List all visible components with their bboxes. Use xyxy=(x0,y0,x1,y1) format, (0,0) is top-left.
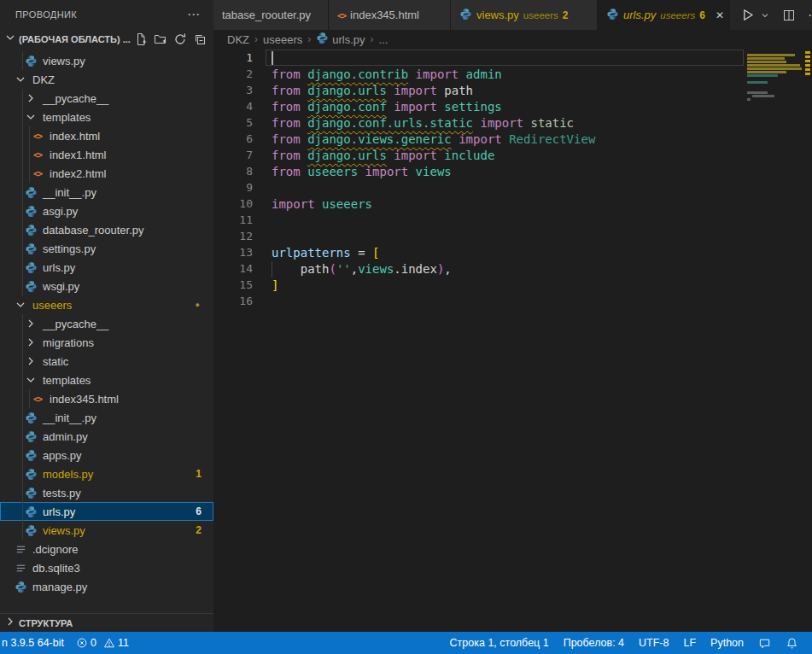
breadcrumb-separator: › xyxy=(254,33,258,45)
new-folder-icon[interactable] xyxy=(154,32,167,46)
tree-item-label: wsgi.py xyxy=(43,280,79,293)
tree-item-manage-py[interactable]: manage.py xyxy=(0,577,213,596)
tree-item-index1-html[interactable]: <>index1.html xyxy=(0,145,213,164)
close-tab-icon[interactable]: ✕ xyxy=(713,9,727,22)
code-line-14[interactable]: 14 path('',views.index), xyxy=(213,260,812,277)
html-file-icon: <> xyxy=(337,9,346,21)
outline-section-header[interactable]: СТРУКТУРА xyxy=(0,613,213,632)
tree-item-useeers[interactable]: useeers● xyxy=(0,295,213,314)
tree-item-database-roouter-py[interactable]: database_roouter.py xyxy=(0,220,213,239)
explorer-more-actions-icon[interactable]: ⋯ xyxy=(182,7,205,22)
problems-indicator[interactable]: 0 11 xyxy=(76,637,132,649)
code-line-5[interactable]: 5from django.conf.urls.static import sta… xyxy=(213,114,812,131)
language-mode-indicator[interactable]: Python xyxy=(710,637,744,649)
line-content: from django.contrib import admin xyxy=(266,66,744,82)
run-button[interactable] xyxy=(740,8,755,22)
breadcrumb-item-urls-py[interactable]: urls.py xyxy=(316,32,365,47)
collapse-all-icon[interactable] xyxy=(193,32,207,46)
minimap-line xyxy=(752,95,774,97)
python-file-icon xyxy=(12,581,29,593)
tree-item--pycache-[interactable]: __pycache__ xyxy=(0,89,213,108)
workspace-section-label: (РАБОЧАЯ ОБЛАСТЬ) ... xyxy=(19,34,131,44)
code-line-12[interactable]: 12 xyxy=(213,228,812,244)
line-number: 11 xyxy=(213,212,253,228)
split-editor-icon[interactable] xyxy=(782,9,796,22)
tree-item--pycache-[interactable]: __pycache__ xyxy=(0,314,213,333)
code-line-4[interactable]: 4from django.conf import settings xyxy=(213,98,812,114)
tree-item-wsgi-py[interactable]: wsgi.py xyxy=(0,277,213,295)
tree-item--dcignore[interactable]: .dcignore xyxy=(0,540,213,558)
tab-views-py[interactable]: views.pyuseeers2 xyxy=(451,0,598,30)
code-line-10[interactable]: 10import useeers xyxy=(213,196,812,212)
new-file-icon[interactable] xyxy=(134,32,148,46)
code-line-11[interactable]: 11 xyxy=(213,212,812,228)
breadcrumb-item-useeers[interactable]: useeers xyxy=(263,33,302,46)
tree-item-views-py[interactable]: views.py2 xyxy=(0,521,213,540)
tree-item-tests-py[interactable]: tests.py xyxy=(0,483,213,502)
tree-item-urls-py[interactable]: urls.py6 xyxy=(0,502,213,521)
code-line-6[interactable]: 6from django.views.generic import Redire… xyxy=(213,131,812,147)
refresh-icon[interactable] xyxy=(173,32,187,46)
encoding-indicator[interactable]: UTF-8 xyxy=(639,637,669,649)
code-line-9[interactable]: 9 xyxy=(213,179,812,196)
minimap[interactable] xyxy=(747,49,803,117)
code-content[interactable]: 12from django.contrib import admin3from … xyxy=(213,49,812,309)
tree-item-index-html[interactable]: <>index.html xyxy=(0,126,213,145)
python-version-indicator[interactable]: n 3.9.5 64-bit xyxy=(2,637,64,649)
code-line-13[interactable]: 13urlpatterns = [ xyxy=(213,244,812,260)
tree-item-DKZ[interactable]: DKZ xyxy=(0,70,213,89)
tree-item-index345-html[interactable]: <>index345.html xyxy=(0,389,213,408)
tree-item-label: index345.html xyxy=(50,393,119,406)
tree-item--init-py[interactable]: __init__.py xyxy=(0,408,213,427)
tree-item-urls-py[interactable]: urls.py xyxy=(0,258,213,277)
tree-item-label: apps.py xyxy=(43,449,82,462)
tab-index345-html[interactable]: <>index345.html xyxy=(329,0,451,30)
workspace-section-header[interactable]: (РАБОЧАЯ ОБЛАСТЬ) ... xyxy=(0,29,213,49)
tree-item-apps-py[interactable]: apps.py xyxy=(0,446,213,464)
tree-item-templates[interactable]: templates xyxy=(0,108,213,126)
chevron-right-icon xyxy=(22,336,39,349)
breadcrumb-item-DKZ[interactable]: DKZ xyxy=(227,33,249,46)
code-line-2[interactable]: 2from django.contrib import admin xyxy=(213,66,812,82)
warning-mark xyxy=(805,51,810,54)
tree-item-models-py[interactable]: models.py1 xyxy=(0,464,213,483)
tree-item-label: templates xyxy=(43,374,91,387)
tree-item-label: urls.py xyxy=(43,505,75,518)
code-line-16[interactable]: 16 xyxy=(213,293,812,309)
tree-item-admin-py[interactable]: admin.py xyxy=(0,427,213,446)
editor-more-actions-icon[interactable]: ⋯ xyxy=(806,8,812,23)
code-line-15[interactable]: 15] xyxy=(213,277,812,293)
tree-item-label: database_roouter.py xyxy=(43,224,144,236)
code-editor[interactable]: 12from django.contrib import admin3from … xyxy=(213,49,812,632)
cursor-position-indicator[interactable]: Строка 1, столбец 1 xyxy=(450,637,549,649)
tree-item--init-py[interactable]: __init__.py xyxy=(0,183,213,201)
tree-item-label: manage.py xyxy=(32,581,87,593)
code-line-3[interactable]: 3from django.urls import path xyxy=(213,82,812,98)
line-content: from django.conf import settings xyxy=(266,98,744,114)
feedback-icon[interactable] xyxy=(758,637,771,650)
eol-indicator[interactable]: LF xyxy=(683,637,696,649)
tree-item-index2-html[interactable]: <>index2.html xyxy=(0,164,213,183)
code-line-8[interactable]: 8from useeers import views xyxy=(213,163,812,179)
code-line-1[interactable]: 1 xyxy=(213,50,812,66)
tab-problems-badge: 6 xyxy=(699,9,705,21)
line-content: from django.urls import include xyxy=(266,147,744,163)
tree-item-migrations[interactable]: migrations xyxy=(0,333,213,352)
tab-tabase-roouter-py[interactable]: tabase_roouter.py xyxy=(213,0,329,30)
tab-urls-py[interactable]: urls.pyuseeers6✕ xyxy=(598,0,730,30)
tree-item-templates[interactable]: templates xyxy=(0,371,213,389)
line-content: path('',views.index), xyxy=(266,260,744,277)
python-file-icon xyxy=(22,505,39,518)
run-dropdown-chevron-icon[interactable] xyxy=(760,10,770,20)
tree-item-settings-py[interactable]: settings.py xyxy=(0,239,213,258)
minimap-line xyxy=(747,98,751,101)
code-line-7[interactable]: 7from django.urls import include xyxy=(213,147,812,163)
tree-item-db-sqlite3[interactable]: db.sqlite3 xyxy=(0,558,213,577)
chevron-right-icon xyxy=(22,317,39,330)
tree-item-static[interactable]: static xyxy=(0,352,213,371)
tree-item-asgi-py[interactable]: asgi.py xyxy=(0,201,213,220)
tree-item-views-py[interactable]: views.py xyxy=(0,51,213,70)
breadcrumb-item--[interactable]: ... xyxy=(379,33,388,46)
indentation-indicator[interactable]: Пробелов: 4 xyxy=(564,637,624,649)
notifications-bell-icon[interactable] xyxy=(786,637,798,650)
